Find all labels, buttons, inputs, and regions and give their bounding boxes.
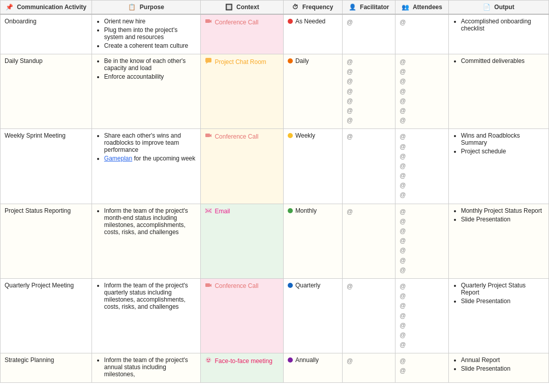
activity-icon: 📌	[6, 4, 13, 11]
facilitator-at: @	[347, 106, 391, 116]
header-activity: 📌 Communication Activity	[1, 1, 92, 15]
list-item: Plug them into the project's system and …	[104, 26, 197, 41]
facilitator-cell: @	[342, 14, 395, 54]
context-type-icon	[205, 282, 212, 290]
facilitator-at: @	[347, 356, 391, 366]
attendee-at: @	[400, 57, 444, 67]
attendees-icon: 👥	[402, 4, 409, 11]
purpose-link[interactable]: Gameplan	[104, 155, 132, 162]
attendee-at: @	[400, 226, 444, 236]
activity-name: Daily Standup	[5, 57, 43, 64]
list-item: Enforce accountability	[104, 73, 197, 80]
activity-name: Weekly Sprint Meeting	[5, 132, 66, 139]
frequency-dot	[288, 283, 293, 288]
facilitator-cell: @@@@@@@	[342, 54, 395, 129]
context-icon: 🔲	[225, 4, 233, 11]
facilitator-at: @	[347, 282, 391, 291]
list-item: Quarterly Project Status Report	[461, 282, 544, 296]
activity-name: Quarterly Project Meeting	[5, 282, 74, 289]
context-badge: Face-to-face meeting	[205, 356, 279, 365]
frequency-label: Quarterly	[295, 282, 320, 289]
header-purpose: 📋 Purpose	[92, 1, 201, 15]
table-row: Strategic PlanningInform the team of the…	[1, 353, 549, 383]
attendees-cell: @@@@@@@	[395, 54, 448, 129]
activity-name: Strategic Planning	[5, 356, 54, 364]
table-row: Daily StandupBe in the know of each othe…	[1, 54, 549, 129]
frequency-cell: Annually	[283, 353, 342, 383]
list-item: Share each other's wins and roadblocks t…	[104, 132, 197, 153]
list-item: Inform the team of the project's quarter…	[104, 282, 197, 310]
frequency-label: As Needed	[295, 18, 325, 25]
activity-cell: Daily Standup	[1, 54, 92, 129]
context-badge: Conference Call	[205, 132, 279, 141]
list-item: Annual Report	[461, 356, 544, 364]
table-row: Quarterly Project MeetingInform the team…	[1, 278, 549, 353]
list-item: Inform the team of the project's annual …	[104, 356, 197, 378]
facilitator-at: @	[347, 207, 391, 217]
context-badge: Email	[205, 207, 279, 216]
facilitator-cell: @	[342, 204, 395, 278]
list-item: Slide Presentation	[461, 365, 544, 372]
list-item: Project schedule	[461, 148, 544, 155]
attendees-cell: @@	[395, 353, 448, 383]
facilitator-icon: 👤	[349, 4, 356, 11]
purpose-cell: Inform the team of the project's annual …	[92, 353, 201, 383]
header-frequency: ⏱ Frequency	[283, 1, 342, 15]
list-item: Be in the know of each other's capacity …	[104, 57, 197, 72]
list-item: Committed deliverables	[461, 57, 544, 64]
activity-name: Project Status Reporting	[5, 207, 71, 214]
attendee-at: @	[400, 246, 444, 255]
table-row: Weekly Sprint MeetingShare each other's …	[1, 129, 549, 204]
svg-marker-3	[206, 62, 208, 64]
list-item: Wins and Roadblocks Summary	[461, 132, 544, 146]
frequency-dot	[288, 58, 293, 63]
attendees-cell: @@@@@@@	[395, 204, 448, 278]
attendee-at: @	[400, 331, 444, 340]
svg-rect-0	[205, 19, 210, 23]
attendees-cell: @	[395, 14, 448, 54]
activity-cell: Onboarding	[1, 14, 92, 54]
svg-point-12	[207, 359, 208, 360]
context-badge: Project Chat Room	[205, 57, 279, 66]
frequency-label: Weekly	[295, 132, 315, 139]
attendee-at: @	[400, 321, 444, 331]
facilitator-at: @	[347, 116, 391, 125]
purpose-cell: Be in the know of each other's capacity …	[92, 54, 201, 129]
frequency-cell: Daily	[283, 54, 342, 129]
attendees-cell: @@@@@@@	[395, 129, 448, 204]
context-label: Conference Call	[215, 19, 258, 26]
table-row: OnboardingOrient new hirePlug them into …	[1, 14, 549, 54]
purpose-icon: 📋	[128, 4, 136, 11]
context-cell: Face-to-face meeting	[201, 353, 283, 383]
header-attendees: 👥 Attendees	[395, 1, 448, 15]
frequency-dot	[288, 357, 293, 363]
svg-marker-10	[210, 284, 211, 287]
table-row: Project Status ReportingInform the team …	[1, 204, 549, 278]
context-cell: Email	[201, 204, 283, 278]
svg-rect-9	[205, 283, 210, 287]
output-cell: Annual ReportSlide Presentation	[448, 353, 548, 383]
list-item: Monthly Project Status Report	[461, 207, 544, 214]
frequency-label: Monthly	[295, 207, 317, 214]
attendee-at: @	[400, 132, 444, 142]
frequency-cell: Monthly	[283, 204, 342, 278]
list-item: Gameplan for the upcoming week	[104, 155, 197, 162]
svg-point-13	[209, 359, 210, 360]
frequency-badge: Annually	[288, 356, 338, 364]
attendee-at: @	[400, 142, 444, 152]
frequency-dot	[288, 19, 293, 24]
context-label: Email	[215, 208, 230, 215]
facilitator-at: @	[347, 77, 391, 86]
purpose-cell: Inform the team of the project's month-e…	[92, 204, 201, 278]
table-header-row: 📌 Communication Activity 📋 Purpose 🔲 Con…	[1, 1, 549, 15]
attendee-at: @	[400, 87, 444, 96]
attendee-at: @	[400, 207, 444, 217]
attendee-at: @	[400, 152, 444, 161]
context-type-icon	[205, 207, 212, 216]
context-type-icon	[205, 57, 212, 66]
facilitator-cell: @	[342, 278, 395, 353]
frequency-badge: As Needed	[288, 18, 338, 25]
attendee-at: @	[400, 282, 444, 291]
frequency-cell: Quarterly	[283, 278, 342, 353]
attendee-at: @	[400, 190, 444, 200]
